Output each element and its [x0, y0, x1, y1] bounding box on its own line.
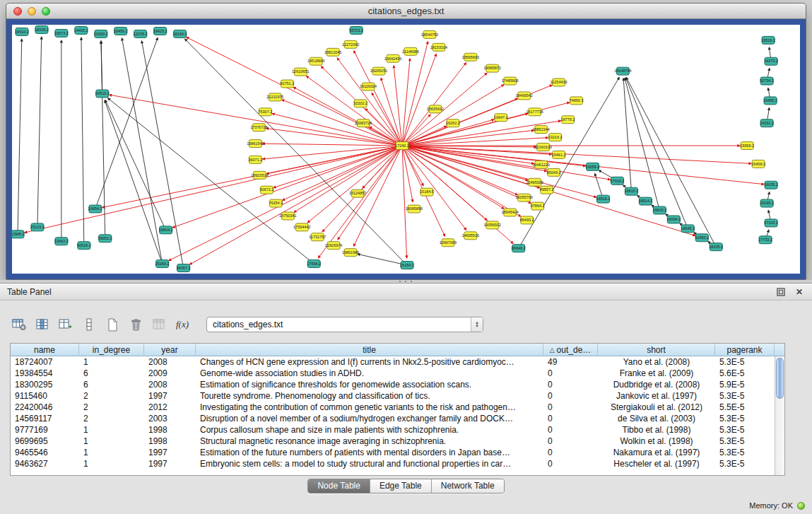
graph-node[interactable]: 16854.2: [88, 205, 102, 213]
graph-node[interactable]: 67103.2: [764, 219, 778, 227]
graph-node[interactable]: 19573.2: [54, 29, 69, 37]
graph-node[interactable]: 17733.2: [758, 236, 772, 244]
import-table-icon[interactable]: [150, 315, 168, 334]
graph-node[interactable]: 20510.2: [95, 90, 110, 98]
graph-node[interactable]: 16055709: [516, 194, 533, 201]
graph-node[interactable]: 16094.2: [666, 216, 681, 223]
graph-node[interactable]: 12160109: [534, 144, 551, 151]
graph-node[interactable]: 12235.2: [134, 30, 148, 37]
graph-node[interactable]: 42751.2: [280, 80, 294, 88]
graph-node[interactable]: 19965871: [484, 64, 501, 72]
graph-node[interactable]: 18923514: [251, 171, 268, 179]
graph-node[interactable]: 75307.2: [258, 108, 272, 116]
graph-node[interactable]: 16648794: [614, 67, 631, 75]
table-row[interactable]: 2242004622012Investigating the contribut…: [11, 402, 775, 413]
vertical-scrollbar[interactable]: [775, 356, 784, 475]
tab-node-table[interactable]: Node Table: [308, 479, 370, 493]
graph-node[interactable]: 16642436: [384, 54, 401, 62]
graph-node[interactable]: 49557.2: [540, 186, 554, 194]
graph-node[interactable]: 15124857: [349, 189, 366, 197]
graph-node[interactable]: 17376728: [250, 124, 267, 132]
graph-node[interactable]: 21926974: [325, 242, 342, 250]
table-row[interactable]: 1830029562008Estimation of significance …: [11, 379, 775, 390]
combobox-stepper-icon[interactable]: ▲ ▼: [471, 317, 483, 332]
graph-node[interactable]: 22083728: [355, 119, 372, 127]
graph-node[interactable]: 13216.2: [548, 134, 563, 141]
graph-node[interactable]: 18852344: [532, 126, 549, 134]
graph-node[interactable]: 19861986: [342, 249, 359, 257]
graph-node[interactable]: 17485606: [502, 77, 519, 85]
rows-icon[interactable]: [80, 315, 98, 334]
delete-icon[interactable]: [126, 315, 145, 334]
close-panel-icon[interactable]: ✕: [794, 286, 805, 298]
graph-node[interactable]: 16815.2: [625, 187, 639, 195]
graph-node[interactable]: 18645.2: [681, 225, 695, 233]
graph-node[interactable]: 92734.2: [760, 77, 774, 85]
graph-node[interactable]: 16461219: [532, 160, 549, 168]
graph-node[interactable]: 12610651: [292, 68, 309, 76]
column-header-indegree[interactable]: in_degree: [79, 344, 144, 356]
graph-node[interactable]: 18812045: [324, 48, 341, 56]
window-titlebar[interactable]: citations_edges.txt: [6, 4, 806, 19]
table-row[interactable]: 977716911998Corpus callosum shape and si…: [11, 424, 775, 436]
graph-node[interactable]: 10647.2: [494, 114, 508, 122]
graph-node[interactable]: 19565683: [462, 53, 479, 61]
graph-node[interactable]: 10945.2: [12, 230, 25, 238]
graph-node[interactable]: 18134.2: [173, 30, 187, 37]
graph-node[interactable]: 18945424: [502, 209, 519, 216]
graph-node[interactable]: 30672.2: [259, 186, 273, 194]
column-header-outde[interactable]: △out_de…: [543, 344, 598, 356]
graph-node[interactable]: 59051.2: [98, 235, 112, 243]
select-columns-icon[interactable]: [33, 315, 52, 334]
tab-network-table[interactable]: Network Table: [431, 479, 504, 493]
network-canvas-svg[interactable]: 17240.2181331041956568319965871174856061…: [12, 25, 800, 274]
graph-node[interactable]: 22495309: [526, 178, 543, 186]
graph-node[interactable]: 11731797: [309, 233, 326, 241]
table-row[interactable]: 1938455462009Genome-wide association stu…: [11, 368, 775, 379]
graph-node[interactable]: 18085896: [406, 205, 423, 213]
graph-node[interactable]: 50518.2: [77, 242, 91, 250]
graph-node[interactable]: 55723.2: [349, 26, 363, 34]
graph-node[interactable]: 36071.2: [248, 156, 262, 163]
column-header-title[interactable]: title: [196, 344, 543, 356]
new-document-icon[interactable]: [103, 315, 122, 334]
graph-node[interactable]: 19604.2: [159, 226, 173, 234]
graph-node[interactable]: 19519.2: [761, 36, 775, 44]
graph-node[interactable]: 15958.2: [740, 142, 754, 150]
graph-node[interactable]: 10967069: [440, 239, 457, 247]
table-row[interactable]: 969969511998Structural magnetic resonanc…: [11, 436, 775, 447]
function-builder-icon[interactable]: f(x): [173, 315, 192, 334]
graph-node[interactable]: 16059.2: [586, 163, 600, 170]
column-header-pagerank[interactable]: pagerank: [715, 344, 775, 356]
graph-node[interactable]: 16035.2: [764, 181, 778, 189]
graph-node[interactable]: 17594442: [293, 223, 310, 231]
graph-node[interactable]: 67919.2: [611, 177, 625, 185]
column-header-name[interactable]: name: [11, 344, 79, 356]
add-column-icon[interactable]: [57, 315, 75, 334]
graph-node[interactable]: 15184.5: [420, 188, 434, 196]
graph-node[interactable]: 10250.2: [94, 30, 108, 37]
table-row[interactable]: 1872400712008Changes of HCN gene express…: [11, 356, 775, 368]
table-row[interactable]: 911546021997Tourette syndrome. Phenomeno…: [11, 390, 775, 402]
graph-node[interactable]: 15750341: [279, 212, 296, 220]
graph-node[interactable]: 92450.2: [695, 234, 709, 242]
graph-node[interactable]: 14695526: [462, 232, 479, 240]
graph-node[interactable]: 14518904: [307, 57, 324, 65]
graph-node[interactable]: 14433.2: [74, 26, 88, 34]
graph-node[interactable]: 10165.2: [760, 199, 774, 207]
column-header-year[interactable]: year: [144, 344, 196, 356]
graph-node[interactable]: 16455.2: [763, 97, 777, 105]
graph-node[interactable]: 18456.2: [114, 27, 128, 35]
network-canvas[interactable]: 17240.2181331041956568319965871174856061…: [12, 25, 800, 274]
graph-node[interactable]: 15154.2: [400, 262, 414, 269]
graph-node[interactable]: 15461.2: [552, 151, 566, 158]
graph-node[interactable]: 25260.2: [155, 260, 170, 268]
graph-node[interactable]: 18914.2: [638, 197, 652, 205]
graph-node[interactable]: 16273.2: [764, 57, 778, 65]
graph-node[interactable]: 16177736: [526, 108, 543, 116]
graph-node[interactable]: 14151.2: [760, 119, 774, 127]
graph-node[interactable]: 18544750: [421, 30, 438, 38]
graph-node[interactable]: 74850.3: [570, 97, 584, 105]
table-row[interactable]: 946554611997Estimation of the future num…: [11, 447, 775, 458]
graph-node[interactable]: 16116024: [360, 83, 377, 90]
